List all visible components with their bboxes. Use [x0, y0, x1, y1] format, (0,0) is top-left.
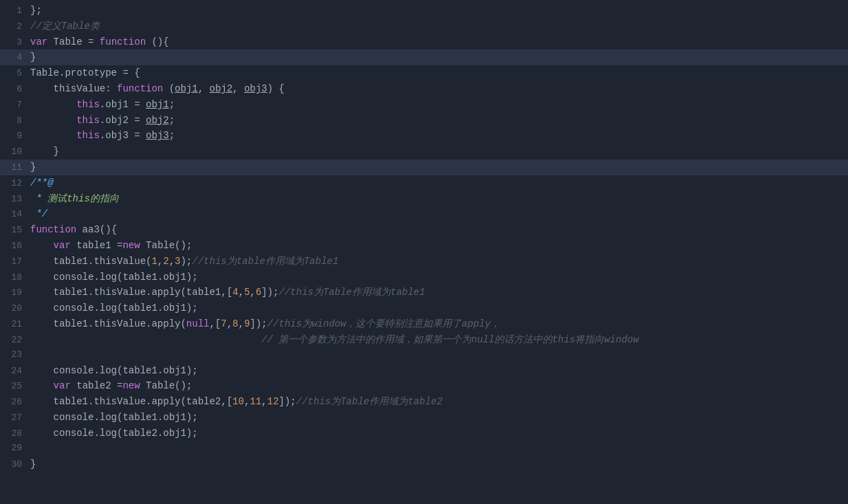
line-content: //定义Table类 [30, 19, 848, 34]
code-token: ; [169, 99, 175, 110]
line-number: 30 [6, 458, 30, 472]
code-line: 1}; [0, 3, 848, 19]
code-token: , [157, 256, 163, 267]
code-token: console.log(table1.obj1); [30, 365, 198, 376]
code-line: 7 this.obj1 = obj1; [0, 97, 848, 113]
line-number: 27 [6, 411, 30, 426]
code-line: 14 */ [0, 206, 848, 222]
code-token: console.log(table1.obj1); [30, 412, 198, 423]
code-token: , [198, 83, 210, 94]
code-token: 2 [163, 256, 168, 267]
line-number: 9 [6, 129, 30, 144]
line-number: 1 [6, 4, 30, 19]
line-content: this.obj2 = obj2; [30, 113, 848, 128]
line-number: 19 [6, 286, 30, 300]
code-token: Table(); [140, 240, 193, 251]
line-number: 20 [6, 302, 30, 316]
code-token: function [100, 36, 146, 47]
code-token: null [186, 318, 210, 329]
code-token: new [122, 380, 140, 391]
code-token: //this为table作用域为Table1 [192, 256, 338, 267]
line-content: var table2 =new Table(); [30, 378, 848, 393]
code-token: table1.thisValue.apply(table1,[ [30, 287, 232, 298]
line-content: table1.thisValue(1,2,3);//this为table作用域为… [30, 254, 848, 269]
code-token: table1.thisValue( [30, 256, 151, 267]
code-line: 3var Table = function (){ [0, 34, 848, 50]
code-line: 17 table1.thisValue(1,2,3);//this为table作… [0, 254, 848, 270]
code-token: this [76, 130, 100, 141]
line-number: 28 [6, 427, 30, 441]
line-content: }; [30, 3, 848, 18]
code-token: var [54, 240, 71, 251]
line-content: */ [30, 206, 848, 221]
code-token: ); [180, 256, 192, 267]
line-content: } [30, 50, 848, 65]
code-token: .obj1 = [100, 99, 146, 110]
code-token: ]); [261, 287, 279, 298]
code-token: obj1 [175, 83, 198, 94]
code-token: /**@ [30, 177, 54, 188]
code-token: aa3(){ [76, 224, 117, 235]
line-number: 24 [6, 364, 30, 379]
code-token: 11 [250, 396, 261, 407]
code-token: table1 = [71, 240, 123, 251]
code-token: 1 [151, 256, 157, 267]
line-content: // 第一个参数为方法中的作用域，如果第一个为null的话方法中的this将指向… [30, 332, 848, 347]
code-line: 22 // 第一个参数为方法中的作用域，如果第一个为null的话方法中的this… [0, 332, 848, 348]
code-line: 19 table1.thisValue.apply(table1,[4,5,6]… [0, 285, 848, 300]
code-token: 10 [232, 396, 244, 407]
line-content: console.log(table1.obj1); [30, 300, 848, 316]
line-number: 2 [6, 20, 30, 34]
code-token: , [261, 396, 267, 407]
line-content: console.log(table1.obj1); [30, 410, 848, 425]
code-token: , [232, 83, 244, 94]
line-number: 25 [6, 380, 30, 394]
code-line: 29 [0, 441, 848, 457]
code-token: (){ [146, 36, 169, 47]
code-token: 6 [256, 287, 261, 298]
code-token: } [30, 146, 59, 157]
line-number: 29 [6, 441, 30, 456]
code-token: ( [163, 83, 175, 94]
code-line: 9 this.obj3 = obj3; [0, 128, 848, 144]
code-token: } [30, 52, 36, 63]
code-line: 20 console.log(table1.obj1); [0, 300, 848, 316]
code-token [30, 380, 54, 391]
code-editor: 1};2//定义Table类3var Table = function (){4… [0, 0, 848, 504]
code-token [30, 115, 76, 126]
code-token: , [238, 318, 243, 329]
line-number: 18 [6, 271, 30, 285]
code-token: */ [30, 208, 47, 219]
code-token: } [30, 459, 36, 470]
line-number: 7 [6, 98, 30, 113]
code-token: //this为Table作用域为table2 [296, 396, 443, 407]
code-line: 30} [0, 457, 848, 472]
line-number: 8 [6, 114, 30, 129]
code-token: new [122, 240, 140, 251]
line-number: 5 [6, 67, 30, 81]
line-content: this.obj3 = obj3; [30, 128, 848, 143]
code-line: 11} [0, 160, 848, 175]
code-token: thisValue: [30, 83, 117, 94]
line-content: var Table = function (){ [30, 34, 848, 50]
code-token: obj3 [244, 83, 268, 94]
code-token: Table = [47, 36, 100, 47]
code-token: 12 [268, 396, 279, 407]
code-token: table1.thisValue.apply( [30, 318, 186, 329]
line-content: console.log(table1.obj1); [30, 270, 848, 285]
code-token: console.log(table1.obj1); [30, 272, 198, 283]
code-line: 4} [0, 50, 848, 65]
line-number: 14 [6, 208, 30, 222]
line-content: table1.thisValue.apply(table2,[10,11,12]… [30, 394, 848, 409]
code-token: this [76, 99, 100, 110]
line-content: table1.thisValue.apply(null,[7,8,9]);//t… [30, 316, 848, 331]
code-token: , [169, 256, 175, 267]
code-line: 26 table1.thisValue.apply(table2,[10,11,… [0, 394, 848, 410]
code-token: //this为Table作用域为table1 [279, 287, 425, 298]
code-token: , [250, 287, 255, 298]
line-content: } [30, 457, 848, 472]
line-number: 21 [6, 318, 30, 332]
line-number: 10 [6, 145, 30, 160]
code-line: 28 console.log(table2.obj1); [0, 426, 848, 441]
code-line: 24 console.log(table1.obj1); [0, 363, 848, 379]
